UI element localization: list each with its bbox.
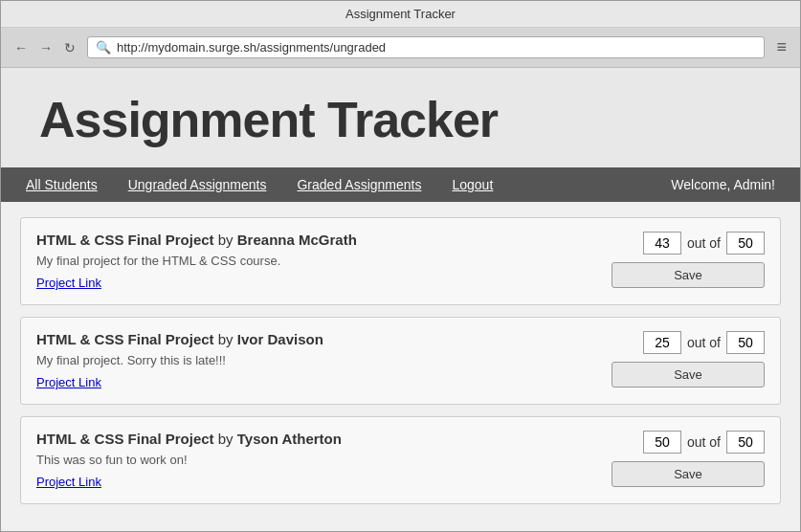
nav-link-ungraded[interactable]: Ungraded Assignments (113, 167, 282, 202)
page-header: Assignment Tracker (1, 68, 800, 167)
assignment-title-1: HTML & CSS Final Project by Ivor Davison (36, 331, 592, 347)
assignment-link-0[interactable]: Project Link (36, 276, 101, 290)
nav-bar: All Students Ungraded Assignments Graded… (1, 167, 800, 202)
forward-icon: → (39, 40, 53, 55)
assignment-link-1[interactable]: Project Link (36, 375, 101, 389)
assignment-title-bold-0: HTML & CSS Final Project (36, 232, 214, 248)
assignment-right-2: out of Save (612, 431, 765, 487)
title-bar-text: Assignment Tracker (345, 7, 456, 21)
max-score-2[interactable] (726, 431, 765, 454)
page-content: Assignment Tracker All Students Ungraded… (1, 68, 800, 531)
out-of-label-1: out of (687, 335, 721, 350)
back-button[interactable]: ← (11, 38, 32, 57)
refresh-button[interactable]: ↻ (60, 38, 79, 57)
back-icon: ← (14, 40, 28, 55)
nav-link-all-students[interactable]: All Students (11, 167, 113, 202)
menu-button[interactable]: ≡ (772, 35, 790, 59)
assignment-title-bold-1: HTML & CSS Final Project (36, 331, 214, 347)
page-title: Assignment Tracker (39, 91, 762, 148)
assignment-author-2: Tyson Atherton (237, 431, 342, 447)
assignment-left-1: HTML & CSS Final Project by Ivor Davison… (36, 331, 592, 390)
assignment-left-2: HTML & CSS Final Project by Tyson Athert… (36, 431, 592, 490)
nav-links: All Students Ungraded Assignments Graded… (11, 167, 508, 202)
assignment-left-0: HTML & CSS Final Project by Breanna McGr… (36, 232, 592, 291)
max-score-1[interactable] (726, 331, 765, 354)
assignment-author-1: Ivor Davison (237, 331, 323, 347)
assignment-card: HTML & CSS Final Project by Tyson Athert… (20, 416, 781, 504)
assignment-link-2[interactable]: Project Link (36, 475, 101, 489)
main-area: HTML & CSS Final Project by Breanna McGr… (1, 202, 800, 531)
assignment-desc-0: My final project for the HTML & CSS cour… (36, 254, 592, 268)
assignment-title-0: HTML & CSS Final Project by Breanna McGr… (36, 232, 592, 248)
assignment-title-bold-2: HTML & CSS Final Project (36, 431, 214, 447)
save-button-1[interactable]: Save (612, 362, 765, 388)
forward-button[interactable]: → (35, 38, 56, 57)
save-button-0[interactable]: Save (612, 262, 765, 288)
out-of-label-2: out of (687, 434, 721, 450)
menu-icon: ≡ (776, 37, 787, 56)
nav-welcome: Welcome, Admin! (656, 167, 790, 202)
nav-link-graded[interactable]: Graded Assignments (281, 167, 436, 202)
grade-input-0[interactable] (643, 232, 681, 255)
refresh-icon: ↻ (64, 40, 76, 55)
browser-chrome: ← → ↻ 🔍 ≡ (1, 28, 800, 68)
assignment-desc-2: This was so fun to work on! (36, 453, 592, 467)
assignment-card: HTML & CSS Final Project by Ivor Davison… (20, 317, 781, 405)
grade-row-0: out of (643, 232, 765, 255)
grade-row-1: out of (643, 331, 765, 354)
assignment-card: HTML & CSS Final Project by Breanna McGr… (20, 217, 781, 305)
assignment-right-1: out of Save (612, 331, 765, 388)
assignment-desc-1: My final project. Sorry this is late!!! (36, 353, 592, 367)
search-icon: 🔍 (96, 40, 111, 55)
address-bar-container: 🔍 (87, 36, 765, 58)
assignment-title-2: HTML & CSS Final Project by Tyson Athert… (36, 431, 592, 447)
nav-buttons: ← → ↻ (11, 38, 79, 57)
assignment-author-0: Breanna McGrath (237, 232, 357, 248)
grade-row-2: out of (643, 431, 765, 454)
title-bar: Assignment Tracker (1, 1, 800, 28)
assignment-right-0: out of Save (612, 232, 765, 288)
grade-input-2[interactable] (643, 431, 681, 454)
address-bar[interactable] (117, 40, 756, 55)
out-of-label-0: out of (687, 235, 721, 251)
max-score-0[interactable] (726, 232, 765, 255)
nav-link-logout[interactable]: Logout (436, 167, 508, 202)
grade-input-1[interactable] (643, 331, 681, 354)
save-button-2[interactable]: Save (612, 461, 765, 487)
